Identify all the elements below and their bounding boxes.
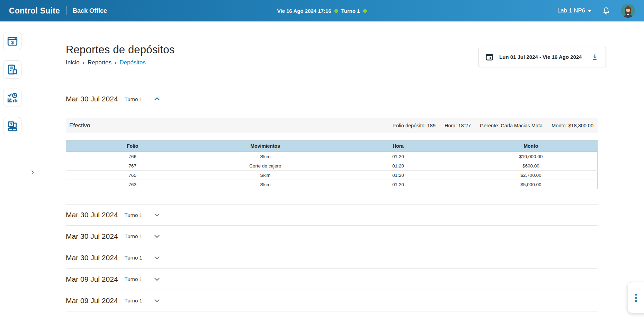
date-range-picker[interactable]: Lun 01 Jul 2024 - Vie 16 Ago 2024 bbox=[478, 47, 606, 67]
breadcrumb-reportes[interactable]: Reportes bbox=[88, 59, 111, 66]
cell-movimiento: Skim bbox=[199, 152, 332, 161]
section-shift: Turno 1 bbox=[125, 233, 142, 239]
user-avatar[interactable] bbox=[621, 4, 635, 18]
section-date: Mar 09 Jul 2024 bbox=[66, 275, 118, 283]
status-dot-online bbox=[334, 9, 338, 13]
meta-folio-deposito: Folio depósito: 189 bbox=[393, 123, 436, 128]
chevron-up-icon bbox=[153, 95, 161, 103]
deposit-group-meta: Folio depósito: 189 Hora: 18:27 Gerente:… bbox=[393, 123, 593, 128]
reports-icon bbox=[7, 64, 18, 75]
page-title: Reportes de depósitos bbox=[66, 44, 175, 56]
section-date: Mar 30 Jul 2024 bbox=[66, 254, 118, 262]
sidebar-item-audit-analytics[interactable] bbox=[3, 89, 21, 107]
status-dot-shift bbox=[363, 9, 367, 13]
current-shift: Turno 1 bbox=[341, 8, 360, 14]
cell-hora: 01:20 bbox=[332, 152, 465, 161]
report-section-collapsed[interactable]: Mar 30 Jul 2024 Turno 1 bbox=[66, 226, 598, 247]
status-strip: Vie 16 Ago 2024 17:16 Turno 1 bbox=[277, 0, 367, 21]
cell-movimiento: Skim bbox=[199, 171, 332, 180]
report-section-collapsed[interactable]: Mar 30 Jul 2024 Turno 1 bbox=[66, 204, 598, 226]
section-date: Mar 30 Jul 2024 bbox=[66, 232, 118, 240]
svg-text:$: $ bbox=[11, 39, 14, 45]
bell-icon bbox=[602, 7, 610, 15]
deposit-group-title: Efectivo bbox=[69, 122, 90, 129]
floating-actions-button[interactable] bbox=[627, 282, 644, 313]
report-section-collapsed[interactable]: Mar 09 Jul 2024 Turno 1 bbox=[66, 290, 598, 311]
module-title: Back Office bbox=[73, 7, 107, 15]
col-header-monto: Monto bbox=[465, 140, 598, 152]
table-row: 765 Skim 01:20 $2,700.00 bbox=[66, 171, 598, 180]
chevron-down-icon bbox=[588, 10, 591, 12]
meta-gerente: Gerente: Carla Macias Mata bbox=[480, 123, 543, 128]
section-date: Mar 30 Jul 2024 bbox=[66, 211, 118, 219]
kebab-menu-icon bbox=[635, 294, 637, 296]
breadcrumb-separator: • bbox=[115, 60, 116, 66]
col-header-folio: Folio bbox=[66, 140, 199, 152]
store-name: Lab 1 NP6 bbox=[557, 7, 585, 14]
expand-toggle[interactable] bbox=[153, 233, 161, 240]
current-datetime: Vie 16 Ago 2024 17:16 bbox=[277, 8, 331, 14]
chevron-down-icon bbox=[153, 275, 161, 283]
notifications-button[interactable] bbox=[602, 6, 611, 15]
date-range-label: Lun 01 Jul 2024 - Vie 16 Ago 2024 bbox=[499, 54, 585, 60]
topbar-right: Lab 1 NP6 bbox=[557, 4, 635, 18]
sidebar-item-reports[interactable] bbox=[3, 60, 21, 79]
breadcrumb-current[interactable]: Depósitos bbox=[119, 59, 146, 66]
page-header: Reportes de depósitos Inicio • Reportes … bbox=[66, 44, 598, 67]
chevron-down-icon bbox=[153, 254, 161, 262]
section-header[interactable]: Mar 30 Jul 2024 Turno 1 bbox=[66, 93, 598, 105]
cell-monto: $600.00 bbox=[465, 161, 598, 171]
section-date: Mar 09 Jul 2024 bbox=[66, 297, 118, 305]
section-shift: Turno 1 bbox=[125, 96, 142, 102]
title-block: Reportes de depósitos Inicio • Reportes … bbox=[66, 44, 175, 66]
table-row: 767 Corte de cajero 01:20 $600.00 bbox=[66, 161, 598, 171]
movements-table-body: 766 Skim 01:20 $10,000.00 767 Corte de c… bbox=[66, 152, 598, 189]
expand-toggle[interactable] bbox=[153, 275, 161, 283]
col-header-hora: Hora bbox=[332, 140, 465, 152]
expand-toggle[interactable] bbox=[153, 211, 161, 219]
section-shift: Turno 1 bbox=[125, 298, 142, 303]
sidebar-item-terminal-support[interactable]: ? bbox=[3, 117, 21, 135]
breadcrumb: Inicio • Reportes • Depósitos bbox=[66, 59, 175, 66]
cash-window-icon: $ bbox=[7, 35, 18, 47]
meta-monto: Monto: $18,300.00 bbox=[552, 123, 593, 128]
deposit-group-bar: Efectivo Folio depósito: 189 Hora: 18:27… bbox=[66, 118, 598, 133]
table-row: 766 Skim 01:20 $10,000.00 bbox=[66, 152, 598, 161]
cell-hora: 01:20 bbox=[332, 161, 465, 171]
table-row: 763 Skim 01:20 $5,000.00 bbox=[66, 180, 598, 189]
meta-hora: Hora: 18:27 bbox=[445, 123, 471, 128]
top-bar: Control Suite Back Office Vie 16 Ago 202… bbox=[0, 0, 644, 21]
movements-table: Folio Movimientos Hora Monto 766 Skim 01… bbox=[66, 140, 598, 189]
cell-hora: 01:20 bbox=[332, 171, 465, 180]
download-icon[interactable] bbox=[591, 53, 599, 61]
sidebar-item-cash-window[interactable]: $ bbox=[3, 32, 21, 50]
cell-monto: $2,700.00 bbox=[465, 171, 598, 180]
expand-toggle[interactable] bbox=[153, 254, 161, 262]
terminal-support-icon: ? bbox=[7, 120, 18, 132]
cell-folio: 767 bbox=[66, 161, 199, 171]
store-selector[interactable]: Lab 1 NP6 bbox=[557, 7, 591, 14]
section-shift: Turno 1 bbox=[125, 276, 142, 282]
report-section-collapsed[interactable]: Mar 09 Jul 2024 Turno 1 bbox=[66, 269, 598, 290]
breadcrumb-home[interactable]: Inicio bbox=[66, 59, 80, 66]
brand-divider bbox=[66, 6, 66, 15]
expand-toggle[interactable] bbox=[153, 297, 161, 305]
svg-text:?: ? bbox=[10, 122, 12, 126]
chevron-down-icon bbox=[153, 211, 161, 219]
cell-monto: $10,000.00 bbox=[465, 152, 598, 161]
report-section-collapsed[interactable]: Mar 30 Jul 2024 Turno 1 bbox=[66, 247, 598, 269]
chevron-down-icon bbox=[153, 233, 161, 240]
main-content: Reportes de depósitos Inicio • Reportes … bbox=[25, 21, 644, 318]
section-shift: Turno 1 bbox=[125, 255, 142, 261]
cell-monto: $5,000.00 bbox=[465, 180, 598, 189]
table-header-row: Folio Movimientos Hora Monto bbox=[66, 140, 598, 152]
collapsed-sections: Mar 30 Jul 2024 Turno 1 Mar 30 Jul 2024 … bbox=[66, 204, 598, 311]
section-shift: Turno 1 bbox=[125, 212, 142, 218]
collapse-toggle[interactable] bbox=[153, 95, 161, 103]
avatar-illustration bbox=[621, 4, 635, 18]
cell-movimiento: Skim bbox=[199, 180, 332, 189]
cell-hora: 01:20 bbox=[332, 180, 465, 189]
breadcrumb-separator: • bbox=[83, 60, 84, 66]
audit-analytics-icon bbox=[7, 92, 18, 104]
chevron-down-icon bbox=[153, 297, 161, 305]
